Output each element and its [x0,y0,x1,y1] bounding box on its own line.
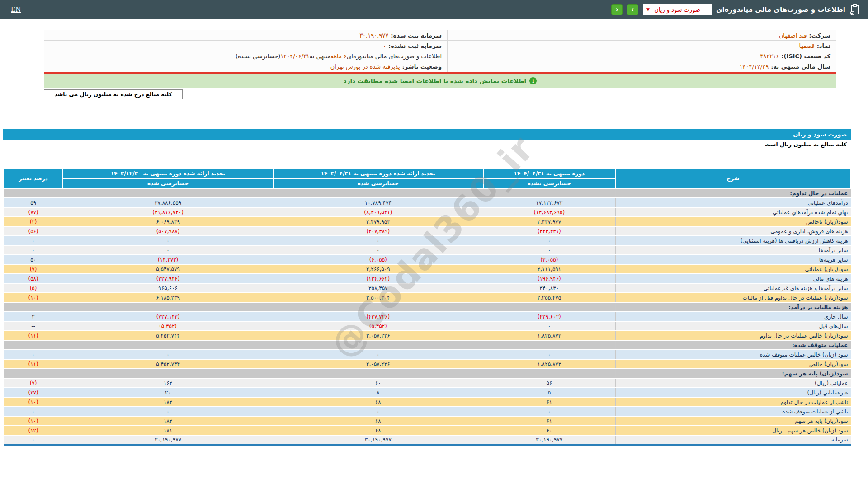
prev-statement-button[interactable]: ‹ [611,4,623,15]
cell-annual-period: (۷۲۷,۱۴۳) [63,312,273,321]
field-value: پذیرفته شده در بورس تهران [330,63,400,70]
table-row: بهاي تمام شده درآمدهاي عملیاتي(۱۴,۶۸۴,۶۹… [4,207,851,217]
cell-prior-period: ۲,۵۰۰,۳۰۴ [273,293,483,302]
cell-current-period [483,340,615,350]
table-header: شرح دوره منتهی به ۱۴۰۴/۰۶/۳۱ تجدید ارائه… [4,169,851,188]
row-label: هزینه های مالی [615,274,851,283]
cell-current-period: ۲,۴۳۷,۹۷۷ [483,217,615,226]
chevron-down-icon: ▼ [646,7,650,12]
info-row: کد صنعت (ISIC): ۳۸۴۲۱۶ اطلاعات و صورت‌ها… [44,51,836,61]
field-label: سال مالی منتهی به: [771,63,830,70]
row-label: سود (زیان) خالص عملیات متوقف شده [615,350,851,359]
cell-annual-period: ۳۰,۱۹۰,۹۷۷ [63,435,273,445]
row-label: سود(زیان) ناخالص [615,217,851,226]
ticker-symbol-cell: نماد: قصفها [447,41,836,51]
row-label: هزینه کاهش ارزش دریافتنی ها (هزینه استثن… [615,236,851,245]
cell-annual-period: ۱۶۲ [63,378,273,388]
fiscal-year-end-cell: سال مالی منتهی به: ۱۴۰۴/۱۲/۲۹ [447,61,836,72]
cell-prior-period: ۶۰ [273,378,483,388]
cell-current-period [483,369,615,378]
income-statement-table: شرح دوره منتهی به ۱۴۰۴/۰۶/۳۱ تجدید ارائه… [3,168,851,446]
cell-annual-period: (۳۱,۸۱۶,۷۲۰) [63,207,273,217]
cell-current-period: ۰ [483,407,615,416]
row-label: سود(زیان) پایه هر سهم [615,416,851,426]
cell-change-percent: ۰ [4,435,63,445]
company-name-cell: شرکت: قند اصفهان [447,30,836,40]
statement-type-dropdown[interactable]: صورت سود و زیان ▼ [643,4,712,15]
cell-current-period: ۲,۲۵۵,۴۷۵ [483,293,615,302]
header-annual-audit: حسابرسی شده [63,178,273,188]
table-row: درآمدهاي عملیاتي۱۷,۱۲۲,۶۷۲۱۰,۷۸۹,۴۷۴۳۷,۸… [4,198,851,207]
cell-current-period: ۶۱ [483,416,615,426]
row-label: هزینه های فروش، اداری و عمومی [615,226,851,236]
row-label: بهاي تمام شده درآمدهاي عملیاتي [615,207,851,217]
period-end-date: ۱۴۰۴/۰۶/۳۱ [280,53,310,60]
cell-prior-period: ۳۵۸,۴۵۷ [273,283,483,293]
income-statement-section: صورت سود و زیان کلیه مبالغ به میلیون ریا… [3,129,851,446]
cell-change-percent: (۵۸) [4,274,63,283]
header-annual-period: تجدید ارائه شده دوره منتهی به ۱۴۰۳/۱۲/۳۰ [63,169,273,178]
cell-change-percent: ۰ [4,245,63,255]
cell-annual-period: ۵,۴۵۲,۷۴۴ [63,359,273,369]
statement-title-bar: صورت سود و زیان [3,129,851,140]
table-row: سود(زیان) خالص۱,۸۲۵,۸۷۳۲,۰۵۷,۲۲۶۵,۴۵۲,۷۴… [4,359,851,369]
table-row: غیرعملیاتي (ریال)۵۸۲۰(۳۷) [4,388,851,397]
cell-prior-period: ۰ [273,350,483,359]
dropdown-selected-value: صورت سود و زیان [654,6,700,13]
period-text: اطلاعات و صورت‌های مالی میاندوره‌ای [347,53,442,60]
header-prior-audit: حسابرسی شده [273,178,483,188]
row-label: سود(زیان) عملیات در حال تداوم قبل از مال… [615,293,851,302]
topbar-controls: اطلاعات و صورت‌های مالی میاندوره‌ای صورت… [611,4,860,15]
field-value: قصفها [799,42,815,49]
cell-change-percent: (۵۶) [4,226,63,236]
next-statement-button[interactable]: › [627,4,638,15]
cell-current-period: ۲,۱۱۱,۵۹۱ [483,264,615,274]
row-label: سایر درآمدها [615,245,851,255]
company-info: شرکت: قند اصفهان سرمایه ثبت شده: ۳۰,۱۹۰,… [44,30,836,72]
cell-current-period [483,188,615,198]
cell-prior-period: ۸ [273,388,483,397]
row-label: هزینه مالیات بر درآمد: [615,302,851,312]
cell-current-period: ۰ [483,236,615,245]
table-row: سایر درآمدها و هزینه های غیرعملیاتی۳۴۰,۸… [4,283,851,293]
cell-current-period: ۵۶ [483,378,615,388]
cell-change-percent: (۱۰) [4,293,63,302]
page-title: اطلاعات و صورت‌های مالی میاندوره‌ای [716,5,845,14]
row-label: سود(زیان) خالص [615,359,851,369]
cell-prior-period: ۲,۰۵۷,۲۲۶ [273,331,483,340]
header-current-period: دوره منتهی به ۱۴۰۴/۰۶/۳۱ [483,169,615,178]
cell-prior-period: (۲۰۷,۳۸۹) [273,226,483,236]
cell-change-percent: (۷) [4,264,63,274]
field-value: ۳۰,۱۹۰,۹۷۷ [359,32,388,39]
row-label: درآمدهاي عملیاتي [615,198,851,207]
unregistered-capital-cell: سرمایه ثبت نشده: ۰ [44,41,447,51]
cell-prior-period: (۴۳۷,۷۲۶) [273,312,483,321]
field-label: وضعیت ناشر: [402,63,442,70]
cell-prior-period: ۳۰,۱۹۰,۹۷۷ [273,435,483,445]
cell-change-percent: ۰ [4,236,63,245]
cell-change-percent: (۵) [4,283,63,293]
cell-annual-period: ۰ [63,245,273,255]
clipboard-icon [850,4,860,15]
row-label: سایر هزینه‌ها [615,255,851,264]
table-row: سود (زیان) خالص هر سهم - ریال۶۰۶۸۱۸۱(۱۲) [4,426,851,435]
header-current-audit: حسابرسی نشده [483,178,615,188]
row-label: سال‌هاي قبل [615,321,851,331]
table-row: سود(زیان) عملیاتي۲,۱۱۱,۵۹۱۲,۲۶۶,۵۰۹۵,۵۴۷… [4,264,851,274]
cell-current-period: ۶۱ [483,397,615,407]
cell-prior-period: (۱۲۴,۶۶۲) [273,274,483,283]
cell-current-period: (۳۲۳,۳۳۱) [483,226,615,236]
cell-change-percent [4,188,63,198]
cell-change-percent: (۱۰) [4,416,63,426]
cell-change-percent: ۰ [4,407,63,416]
cell-prior-period: ۶۸ [273,416,483,426]
cell-annual-period: ۹۶۵,۶۰۶ [63,283,273,293]
table-row: هزینه کاهش ارزش دریافتنی ها (هزینه استثن… [4,236,851,245]
row-label: سال جاري [615,312,851,321]
report-period-cell: اطلاعات و صورت‌های مالی میاندوره‌ای ۶ ما… [44,51,447,61]
info-row: شرکت: قند اصفهان سرمایه ثبت شده: ۳۰,۱۹۰,… [44,30,836,41]
cell-current-period: ۱,۸۲۵,۸۷۳ [483,359,615,369]
field-label: سرمایه ثبت شده: [391,32,442,39]
language-switch-link[interactable]: EN [11,6,21,13]
row-label: سود(زیان) پایه هر سهم: [615,369,851,378]
